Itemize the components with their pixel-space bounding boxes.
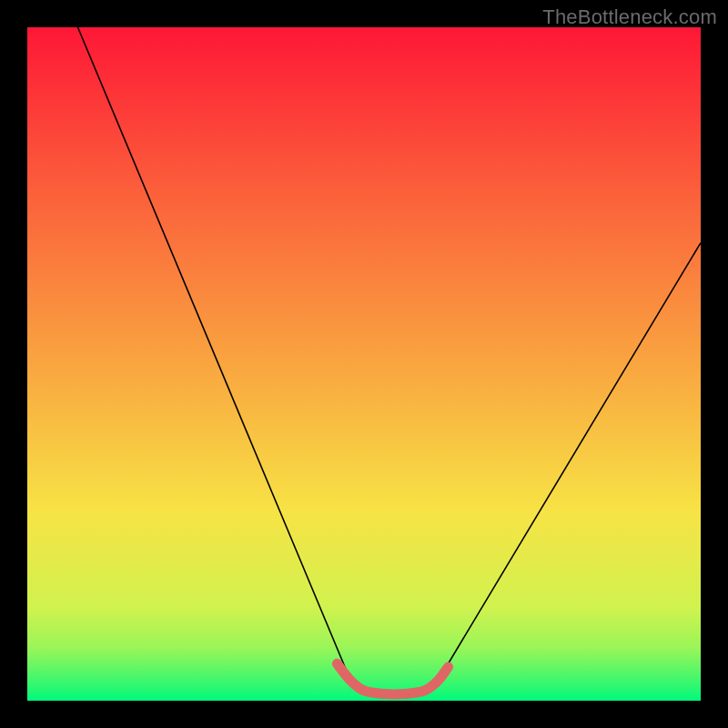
chart-svg [27,27,701,701]
gradient-background [27,27,701,701]
watermark-text: TheBottleneck.com [542,5,717,29]
chart-plot-area [27,27,701,701]
chart-frame: TheBottleneck.com [0,0,728,728]
